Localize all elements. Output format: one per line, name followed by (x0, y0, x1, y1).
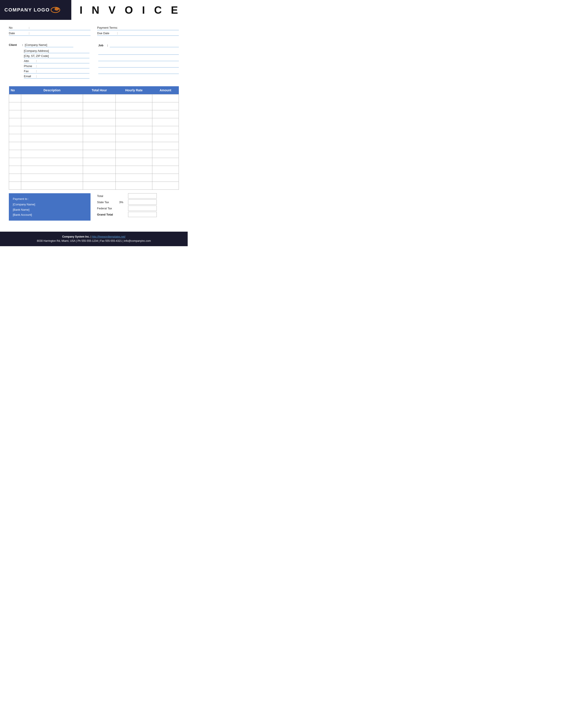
attn-colon: : (36, 59, 37, 63)
cell-no (9, 134, 21, 142)
total-row: Total (97, 193, 179, 199)
col-no: No (9, 86, 21, 94)
cell-no (9, 102, 21, 110)
col-total-hour: Total Hour (83, 86, 116, 94)
cell-description (21, 158, 83, 166)
job-line-5 (98, 69, 179, 74)
page-header: COMPANY LOGO I N V O I C E (0, 0, 188, 20)
cell-no (9, 150, 21, 158)
no-label: No (9, 26, 29, 29)
cell-description (21, 150, 83, 158)
total-label: Total (97, 194, 117, 198)
table-row (9, 102, 179, 110)
client-phone-row: Phone : (24, 64, 89, 68)
table-row (9, 94, 179, 102)
job-line-3 (98, 56, 179, 61)
client-header: Client : [Company Name] (9, 43, 89, 48)
no-row: No : (9, 26, 90, 30)
logo-icon (51, 7, 60, 13)
payment-terms-row: Payment Terms : (97, 26, 179, 30)
cell-total_hour (83, 110, 116, 118)
job-label: Job (98, 44, 107, 47)
cell-amount (152, 126, 179, 134)
table-row (9, 110, 179, 118)
due-date-row: Due Date : (97, 32, 179, 36)
invoice-table: No Description Total Hour Hourly Rate Am… (9, 86, 179, 190)
job-line-2 (98, 49, 179, 55)
cell-total_hour (83, 118, 116, 126)
cell-amount (152, 110, 179, 118)
table-section: No Description Total Hour Hourly Rate Am… (0, 82, 188, 190)
email-label: Email (24, 75, 36, 78)
cell-hourly_rate (116, 150, 152, 158)
cell-hourly_rate (116, 102, 152, 110)
cell-description (21, 126, 83, 134)
cell-hourly_rate (116, 94, 152, 102)
fax-label: Fax (24, 69, 36, 73)
table-row (9, 150, 179, 158)
grand-total-label: Grand Total (97, 213, 117, 216)
client-job-section: Client : [Company Name] [Company Address… (0, 39, 188, 82)
payment-bank-account: [Bank Account] (13, 212, 86, 217)
table-row (9, 174, 179, 182)
table-row (9, 182, 179, 190)
state-tax-box (128, 199, 157, 205)
cell-hourly_rate (116, 158, 152, 166)
fax-colon: : (36, 69, 37, 73)
cell-no (9, 158, 21, 166)
cell-no (9, 126, 21, 134)
cell-no (9, 118, 21, 126)
cell-no (9, 182, 21, 190)
due-date-label: Due Date (97, 32, 117, 35)
cell-description (21, 102, 83, 110)
client-email-row: Email : (24, 75, 89, 79)
cell-total_hour (83, 166, 116, 174)
meta-section: No : Payment Terms : Date : Due Date : (0, 20, 188, 39)
payment-company-name: [Company Name] (13, 202, 86, 207)
cell-no (9, 174, 21, 182)
cell-total_hour (83, 94, 116, 102)
table-row (9, 158, 179, 166)
footer-section: Payment to : [Company Name] [Bank Name] … (0, 190, 188, 223)
cell-description (21, 94, 83, 102)
cell-amount (152, 102, 179, 110)
cell-total_hour (83, 174, 116, 182)
footer-website: http://freewordtemplates.net/ (92, 235, 125, 238)
table-row (9, 142, 179, 150)
cell-hourly_rate (116, 142, 152, 150)
col-amount: Amount (152, 86, 179, 94)
no-colon: : (29, 26, 30, 29)
payment-bank-name: [Bank Name] (13, 207, 86, 212)
cell-amount (152, 182, 179, 190)
client-block: Client : [Company Name] [Company Address… (9, 43, 89, 80)
cell-hourly_rate (116, 166, 152, 174)
cell-total_hour (83, 126, 116, 134)
total-box (128, 193, 157, 199)
table-row (9, 166, 179, 174)
state-tax-label: State Tax (97, 201, 117, 204)
cell-amount (152, 174, 179, 182)
job-header: Job : (98, 43, 179, 47)
svg-point-1 (55, 8, 59, 11)
cell-amount (152, 158, 179, 166)
cell-hourly_rate (116, 182, 152, 190)
footer-company-name: Company System Inc. (62, 235, 90, 238)
cell-no (9, 94, 21, 102)
table-body (9, 94, 179, 190)
cell-description (21, 174, 83, 182)
attn-label: Attn (24, 59, 36, 63)
client-label: Client (9, 43, 22, 47)
cell-total_hour (83, 182, 116, 190)
cell-no (9, 142, 21, 150)
cell-hourly_rate (116, 118, 152, 126)
cell-total_hour (83, 150, 116, 158)
payment-terms-colon: : (117, 26, 118, 29)
col-hourly-rate: Hourly Rate (116, 86, 152, 94)
phone-colon: : (36, 64, 37, 68)
date-colon: : (29, 32, 30, 35)
cell-amount (152, 150, 179, 158)
cell-hourly_rate (116, 174, 152, 182)
cell-description (21, 118, 83, 126)
page-footer: Company System Inc. | http://freewordtem… (0, 232, 188, 246)
cell-amount (152, 166, 179, 174)
